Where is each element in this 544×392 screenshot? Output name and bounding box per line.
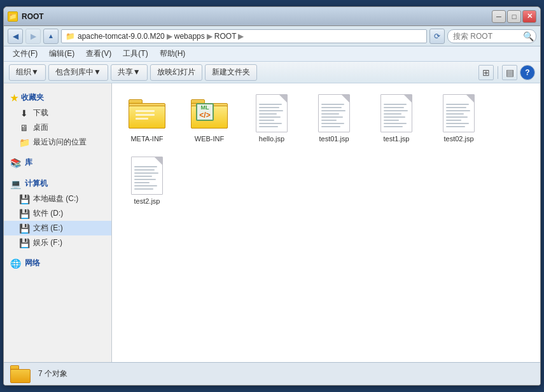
sidebar-item-e-drive[interactable]: 💾 文档 (E:): [4, 221, 111, 235]
hello-jsp-icon: [256, 94, 288, 132]
folder-lines: [136, 110, 155, 120]
title-bar-text: ROOT: [22, 12, 492, 21]
back-button[interactable]: ◀: [8, 29, 23, 44]
file-item-test01-jsp[interactable]: test01.jsp: [305, 90, 363, 147]
xml-tag: ML: [201, 104, 209, 111]
test01-jsp-icon-wrapper: [315, 94, 353, 132]
hello-jsp-label: hello.jsp: [259, 135, 284, 143]
sidebar-item-desktop[interactable]: 🖥 桌面: [4, 120, 111, 135]
address-bar: ◀ ▶ ▲ 📁 apache-tomcat-9.0.0.M20 ▶ webapp…: [4, 26, 540, 46]
breadcrumb-item-3[interactable]: ROOT: [214, 32, 237, 41]
file-item-hello-jsp[interactable]: hello.jsp: [243, 90, 300, 147]
meta-inf-label: META-INF: [130, 135, 163, 143]
status-folder-icon-wrapper: [10, 365, 31, 383]
include-library-button[interactable]: 包含到库中▼: [48, 64, 108, 81]
view-toggle-button[interactable]: ⊞: [478, 65, 494, 80]
sidebar: ★ 收藏夹 ⬇ 下载 🖥 桌面 📁 最近访问的位置 📚: [4, 83, 112, 362]
menu-tools[interactable]: 工具(T): [118, 47, 153, 60]
up-button[interactable]: ▲: [43, 29, 59, 44]
search-wrapper: 🔍: [447, 29, 536, 43]
sidebar-item-download[interactable]: ⬇ 下载: [4, 106, 111, 120]
sidebar-item-c-drive[interactable]: 💾 本地磁盘 (C:): [4, 192, 111, 206]
breadcrumb[interactable]: 📁 apache-tomcat-9.0.0.M20 ▶ webapps ▶ RO…: [61, 29, 427, 43]
network-header[interactable]: 🌐 网络: [4, 255, 111, 271]
title-bar-controls: ─ □ ✕: [492, 10, 536, 23]
sidebar-item-recent[interactable]: 📁 最近访问的位置: [4, 135, 111, 150]
favorites-header[interactable]: ★ 收藏夹: [4, 90, 111, 106]
minimize-button[interactable]: ─: [492, 10, 506, 23]
sidebar-item-e-label: 文档 (E:): [33, 223, 63, 234]
download-icon: ⬇: [18, 108, 31, 118]
sidebar-item-f-label: 娱乐 (F:): [33, 237, 62, 248]
test01-jsp-label: test01.jsp: [319, 135, 349, 143]
computer-section: 💻 计算机 💾 本地磁盘 (C:) 💾 软件 (D:) 💾 文档 (E:) 💾: [4, 176, 111, 250]
status-count: 7 个对象: [38, 368, 67, 379]
jsp-lines-2: [321, 104, 347, 129]
search-icon[interactable]: 🔍: [522, 31, 534, 42]
test01-jsp-icon: [318, 94, 350, 132]
test2-jsp-icon: [131, 157, 163, 195]
web-inf-icon-wrapper: ML </>: [190, 94, 228, 132]
maximize-button[interactable]: □: [507, 10, 521, 23]
library-section: 📚 库: [4, 155, 111, 171]
breadcrumb-arrow-3: ▶: [238, 32, 244, 41]
file-item-test02-jsp[interactable]: test02.jsp: [430, 90, 487, 147]
test02-jsp-icon-wrapper: [440, 94, 478, 132]
computer-label: 计算机: [25, 178, 48, 189]
explorer-window: 📁 ROOT ─ □ ✕ ◀ ▶ ▲ 📁 apache-tomcat-9.0.0…: [3, 6, 541, 386]
network-label: 网络: [25, 258, 40, 269]
library-header[interactable]: 📚 库: [4, 155, 111, 171]
status-folder-body: [10, 369, 31, 383]
content-area: ★ 收藏夹 ⬇ 下载 🖥 桌面 📁 最近访问的位置 📚: [4, 83, 540, 362]
file-area: META-INF ML </> WEB-INF: [112, 83, 540, 362]
desktop-icon: 🖥: [18, 123, 31, 133]
jsp-lines-4: [446, 104, 471, 129]
menu-view[interactable]: 查看(V): [81, 47, 116, 60]
organize-button[interactable]: 组织▼: [9, 64, 46, 81]
slideshow-button[interactable]: 放映幻灯片: [150, 64, 202, 81]
menu-edit[interactable]: 编辑(E): [44, 47, 80, 60]
menu-file[interactable]: 文件(F): [8, 47, 43, 60]
toolbar-right: ⊞ ▤ ?: [478, 65, 535, 80]
sidebar-item-download-label: 下载: [33, 108, 48, 118]
title-bar-icon: 📁: [8, 11, 18, 22]
test02-jsp-label: test02.jsp: [443, 135, 473, 143]
sidebar-item-desktop-label: 桌面: [33, 122, 48, 133]
refresh-button[interactable]: ⟳: [429, 29, 445, 44]
web-inf-label: WEB-INF: [195, 135, 224, 143]
d-drive-icon: 💾: [18, 209, 31, 219]
file-item-meta-inf[interactable]: META-INF: [118, 90, 176, 147]
breadcrumb-icon: 📁: [66, 32, 75, 41]
xml-badge: ML </>: [196, 103, 214, 121]
test2-jsp-icon-wrapper: [128, 157, 166, 195]
forward-button[interactable]: ▶: [25, 29, 41, 44]
menu-help[interactable]: 帮助(H): [155, 47, 191, 60]
breadcrumb-arrow-2: ▶: [207, 32, 213, 41]
file-item-test2-jsp[interactable]: test2.jsp: [118, 152, 176, 209]
sidebar-item-recent-label: 最近访问的位置: [33, 137, 87, 148]
library-label: 库: [25, 157, 32, 168]
file-item-test1-jsp[interactable]: test1.jsp: [368, 90, 425, 147]
jsp-lines-3: [384, 104, 409, 129]
xml-brackets: </>: [199, 111, 210, 120]
share-button[interactable]: 共享▼: [111, 64, 148, 81]
sidebar-item-f-drive[interactable]: 💾 娱乐 (F:): [4, 235, 111, 250]
f-drive-icon: 💾: [18, 238, 31, 248]
breadcrumb-item-2[interactable]: webapps: [174, 32, 205, 41]
close-button[interactable]: ✕: [522, 10, 536, 23]
breadcrumb-item-1[interactable]: apache-tomcat-9.0.0.M20: [78, 32, 165, 41]
preview-pane-button[interactable]: ▤: [502, 65, 517, 80]
favorites-section: ★ 收藏夹 ⬇ 下载 🖥 桌面 📁 最近访问的位置: [4, 90, 111, 150]
status-bar: 7 个对象: [4, 362, 540, 385]
help-button[interactable]: ?: [520, 65, 535, 80]
recent-icon: 📁: [18, 137, 31, 148]
jsp-lines: [259, 104, 284, 129]
test1-jsp-icon: [380, 94, 412, 132]
library-icon: 📚: [10, 158, 21, 168]
star-icon: ★: [10, 93, 18, 103]
sidebar-item-d-drive[interactable]: 💾 软件 (D:): [4, 206, 111, 221]
title-bar: 📁 ROOT ─ □ ✕: [4, 7, 540, 26]
computer-header[interactable]: 💻 计算机: [4, 176, 111, 192]
new-folder-button[interactable]: 新建文件夹: [205, 64, 257, 81]
file-item-web-inf[interactable]: ML </> WEB-INF: [181, 90, 238, 147]
